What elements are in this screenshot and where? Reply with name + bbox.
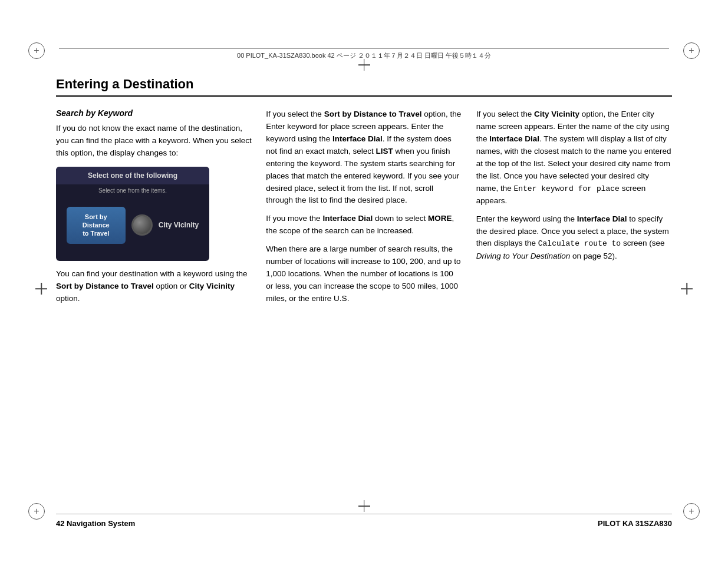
col1-bold2: City Vicinity bbox=[189, 282, 235, 290]
reg-mark-tl bbox=[28, 42, 45, 59]
columns: Search by Keyword If you do not know the… bbox=[56, 108, 672, 311]
footer: 42 Navigation System PILOT KA 31SZA830 bbox=[56, 514, 672, 528]
col2-para3: When there are a large number of search … bbox=[266, 243, 462, 305]
file-info-text: 00 PILOT_KA-31SZA830.book 42 ページ ２０１１年７月… bbox=[237, 52, 491, 59]
crosshair-top bbox=[358, 59, 370, 71]
footer-page-number: 42 Navigation System bbox=[56, 519, 135, 528]
col3-para2: Enter the keyword using the Interface Di… bbox=[476, 213, 672, 263]
ui-dial bbox=[131, 214, 153, 236]
col3-code1: Enter keyword for place bbox=[513, 184, 619, 193]
col2-bold4: Interface Dial bbox=[322, 214, 373, 223]
col1-para2: You can find your destination with a key… bbox=[56, 268, 252, 305]
col3-bold3: Interface Dial bbox=[577, 214, 627, 223]
section-heading-1: Search by Keyword bbox=[56, 108, 252, 118]
page-title: Entering a Destination bbox=[56, 77, 672, 97]
ui-city-btn: City Vicinity bbox=[159, 220, 199, 231]
col1-body: If you do not know the exact name of the… bbox=[56, 123, 252, 305]
reg-mark-tr bbox=[683, 42, 700, 59]
col3-bold2: Interface Dial bbox=[489, 134, 539, 143]
col3-body: If you select the City Vicinity option, … bbox=[476, 108, 672, 263]
col2-para2: If you move the Interface Dial down to s… bbox=[266, 213, 462, 237]
col3-code2: Calculate route to bbox=[538, 239, 621, 248]
ui-options-row: Sort by Distance to Travel City Vicinity bbox=[56, 207, 209, 244]
crosshair-mid-left bbox=[35, 283, 47, 295]
reg-mark-br bbox=[683, 503, 700, 520]
column-1: Search by Keyword If you do not know the… bbox=[56, 108, 252, 311]
col3-bold1: City Vicinity bbox=[534, 110, 579, 118]
footer-model: PILOT KA 31SZA830 bbox=[598, 519, 672, 528]
col2-bold1: Sort by Distance to Travel bbox=[324, 110, 422, 118]
col2-para1: If you select the Sort by Distance to Tr… bbox=[266, 108, 462, 207]
ui-sort-btn: Sort by Distance to Travel bbox=[67, 207, 126, 244]
col2-bold3: LIST bbox=[375, 147, 393, 156]
column-2: If you select the Sort by Distance to Tr… bbox=[266, 108, 462, 311]
col2-body: If you select the Sort by Distance to Tr… bbox=[266, 108, 462, 305]
col1-para1: If you do not know the exact name of the… bbox=[56, 123, 252, 160]
file-info-bar: 00 PILOT_KA-31SZA830.book 42 ページ ２０１１年７月… bbox=[59, 48, 669, 60]
ui-title: Select one of the following bbox=[56, 167, 209, 185]
col2-bold5: MORE bbox=[428, 214, 452, 223]
crosshair-mid-right bbox=[681, 283, 693, 295]
col1-bold1: Sort by Distance to Travel bbox=[56, 282, 154, 290]
column-3: If you select the City Vicinity option, … bbox=[476, 108, 672, 269]
content-area: Entering a Destination Search by Keyword… bbox=[56, 77, 672, 503]
page: 00 PILOT_KA-31SZA830.book 42 ページ ２０１１年７月… bbox=[0, 0, 728, 562]
col2-bold2: Interface Dial bbox=[332, 134, 383, 143]
ui-subtitle: Select one from the items. bbox=[56, 184, 209, 197]
ui-screenshot: Select one of the following Select one f… bbox=[56, 167, 209, 261]
col3-italic1: Driving to Your Destination bbox=[476, 252, 571, 260]
col3-para1: If you select the City Vicinity option, … bbox=[476, 108, 672, 207]
reg-mark-bl bbox=[28, 503, 45, 520]
